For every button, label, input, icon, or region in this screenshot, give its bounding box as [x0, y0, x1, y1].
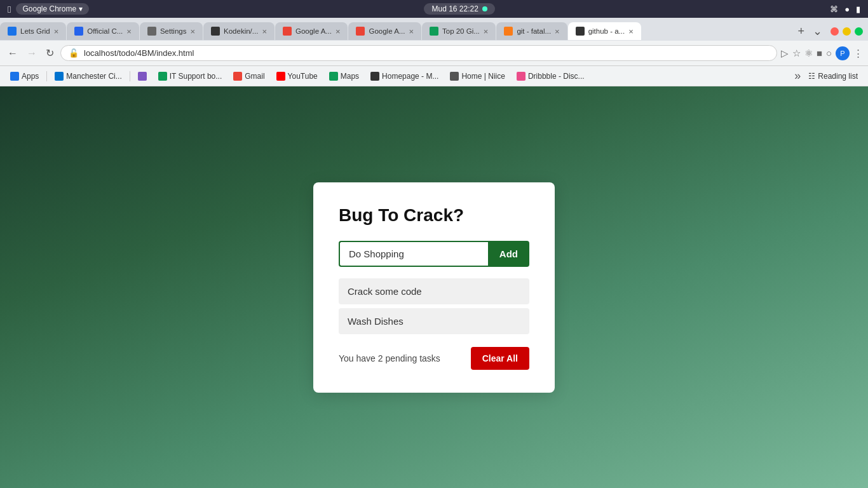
extensions-button[interactable]: ■ — [817, 48, 822, 58]
tab-official-c[interactable]: Official C...× — [67, 22, 139, 40]
bookmark-label-homepage: Homepage - M... — [382, 72, 438, 81]
status-text: Mud 16 22:22 — [431, 4, 478, 13]
bookmark-favicon-it-support — [158, 72, 167, 81]
bookmark-label-maps: Maps — [341, 72, 359, 81]
menu-button[interactable]: ⋮ — [853, 48, 863, 59]
bookmark-label-gmail: Gmail — [245, 72, 264, 81]
todo-card: Bug To Crack? Add Crack some codeWash Di… — [313, 182, 555, 393]
bookmark-bm3[interactable] — [133, 70, 152, 83]
tab-label-official-c: Official C... — [87, 27, 123, 35]
bookmark-favicon-dribbble — [517, 72, 526, 81]
bookmarks-bar: AppsManchester Ci...IT Support bo...Gmai… — [0, 66, 868, 86]
tab-label-github: github - a... — [588, 27, 625, 35]
tab-favicon-git-fatal — [504, 27, 513, 36]
tab-favicon-google-a2 — [356, 27, 365, 36]
lock-icon: 🔓 — [69, 48, 79, 58]
bookmark-favicon-youtube — [276, 72, 285, 81]
bookmark-favicon-bm3 — [138, 72, 147, 81]
reload-button[interactable]: ↻ — [43, 46, 57, 60]
tab-close-kodekin[interactable]: × — [262, 27, 267, 36]
chrome-label: Google Chrome — [22, 4, 76, 13]
tab-close-google-a1[interactable]: × — [336, 27, 341, 36]
todo-title: Bug To Crack? — [339, 205, 529, 226]
status-dot — [482, 6, 487, 11]
tab-google-a1[interactable]: Google A...× — [275, 22, 348, 40]
bookmark-dribbble[interactable]: Dribbble - Disc... — [512, 70, 590, 83]
tab-label-lets-grid: Lets Grid — [20, 27, 50, 35]
profile-button[interactable]: P — [836, 46, 850, 60]
tab-favicon-official-c — [74, 27, 83, 36]
bookmark-maps[interactable]: Maps — [324, 70, 364, 83]
os-titlebar-center: Mud 16 22:22 — [424, 3, 494, 15]
task-list: Crack some codeWash Dishes — [339, 278, 529, 334]
bookmark-separator-1 — [130, 71, 130, 81]
todo-input[interactable] — [339, 241, 488, 267]
tab-settings[interactable]: Settings× — [140, 22, 203, 40]
forward-button[interactable]: → — [24, 46, 39, 60]
tab-close-github[interactable]: × — [628, 27, 634, 36]
task-item-1[interactable]: Wash Dishes — [339, 308, 529, 334]
bookmark-label-dribbble: Dribbble - Disc... — [528, 72, 585, 81]
bookmark-favicon-gmail — [233, 72, 242, 81]
tab-close-google-a2[interactable]: × — [409, 27, 414, 36]
volume-icon: ● — [844, 4, 850, 14]
bookmark-youtube[interactable]: YouTube — [271, 70, 323, 83]
back-button[interactable]: ← — [5, 46, 20, 60]
bookmark-apps[interactable]: Apps — [5, 70, 44, 83]
tab-close-git-fatal[interactable]: × — [555, 27, 560, 36]
task-item-0[interactable]: Crack some code — [339, 278, 529, 304]
bookmark-favicon-manchester-ci — [55, 72, 64, 81]
tab-git-fatal[interactable]: git - fatal...× — [496, 22, 567, 40]
bookmark-favicon-maps — [329, 72, 338, 81]
bookmark-label-home-niice: Home | Niice — [461, 72, 505, 81]
chrome-browser-button[interactable]: Google Chrome ▾ — [16, 3, 89, 15]
tab-favicon-google-a1 — [283, 27, 292, 36]
tab-kodekin[interactable]: Kodekin/...× — [203, 22, 275, 40]
bookmarks-more-button[interactable]: » — [794, 69, 801, 83]
os-titlebar-left:  Google Chrome ▾ — [8, 3, 89, 15]
tab-overflow-button[interactable]: ⌄ — [810, 24, 825, 38]
window-minimize-button[interactable] — [843, 27, 851, 36]
bookmark-favicon-home-niice — [450, 72, 459, 81]
os-titlebar-right: ⌘ ● ▮ — [830, 4, 860, 14]
extension-icon[interactable]: ⚛ — [804, 48, 813, 59]
tab-close-lets-grid[interactable]: × — [54, 27, 59, 36]
reading-list-button[interactable]: ☷ Reading list — [803, 70, 863, 83]
tab-label-google-a1: Google A... — [295, 27, 332, 35]
bookmark-gmail[interactable]: Gmail — [228, 70, 269, 83]
reading-list-icon: ☷ — [808, 72, 815, 81]
address-bar: ← → ↻ 🔓 localhost/todo/4BM/index.html ▷ … — [0, 41, 868, 66]
bookmark-manchester-ci[interactable]: Manchester Ci... — [50, 70, 126, 83]
new-tab-button[interactable]: + — [792, 25, 810, 38]
wifi-icon: ⌘ — [830, 4, 838, 14]
tab-bar: Lets Grid×Official C...×Settings×Kodekin… — [0, 18, 868, 41]
clear-all-button[interactable]: Clear All — [471, 347, 529, 370]
tab-favicon-settings — [147, 27, 156, 36]
color-theme-icon[interactable]: ○ — [826, 48, 832, 58]
bookmark-favicon-homepage — [370, 72, 379, 81]
os-titlebar:  Google Chrome ▾ Mud 16 22:22 ⌘ ● ▮ — [0, 0, 868, 18]
tab-close-official-c[interactable]: × — [126, 27, 132, 36]
window-maximize-button[interactable] — [855, 27, 863, 36]
window-controls — [825, 27, 868, 36]
bookmark-home-niice[interactable]: Home | Niice — [445, 70, 510, 83]
tab-lets-grid[interactable]: Lets Grid× — [0, 22, 66, 40]
tab-top-20[interactable]: Top 20 Gi...× — [422, 22, 496, 40]
tab-close-top-20[interactable]: × — [484, 27, 489, 36]
cast-icon[interactable]: ▷ — [781, 48, 789, 59]
tab-label-git-fatal: git - fatal... — [517, 27, 551, 35]
url-bar[interactable]: 🔓 localhost/todo/4BM/index.html — [60, 45, 777, 61]
bookmark-star-icon[interactable]: ☆ — [792, 48, 801, 59]
bookmark-homepage[interactable]: Homepage - M... — [365, 70, 444, 83]
tab-close-settings[interactable]: × — [190, 27, 195, 36]
window-close-button[interactable] — [831, 27, 839, 36]
add-button[interactable]: Add — [488, 241, 529, 267]
tab-google-a2[interactable]: Google A...× — [348, 22, 421, 40]
tab-github[interactable]: github - a...× — [568, 22, 641, 40]
bookmark-label-it-support: IT Support bo... — [170, 72, 222, 81]
reading-list-label: Reading list — [818, 72, 858, 81]
tab-label-settings: Settings — [160, 27, 187, 35]
bookmark-it-support[interactable]: IT Support bo... — [153, 70, 227, 83]
apple-icon[interactable]:  — [8, 4, 11, 15]
tab-favicon-github — [576, 27, 585, 36]
